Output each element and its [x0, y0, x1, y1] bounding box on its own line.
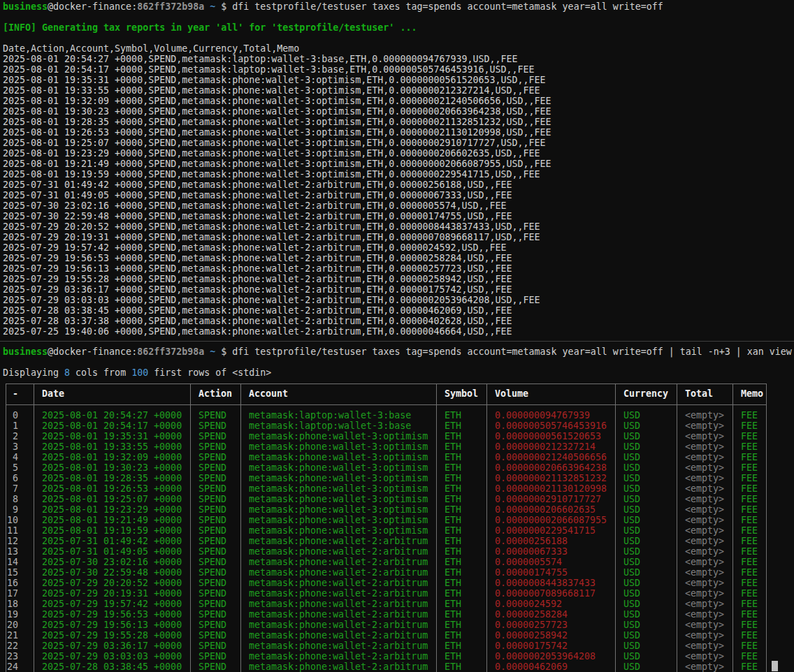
cell-action: SPEND [198, 473, 226, 483]
csv-row: 2025-08-01 20:54:27 +0000,SPEND,metamask… [3, 54, 518, 64]
csv-row: 2025-07-30 23:02:16 +0000,SPEND,metamask… [3, 200, 507, 211]
cell-index: 12 [0, 536, 18, 546]
cell-action: SPEND [198, 662, 226, 672]
cell-volume: 0.0000000212327214 [495, 441, 596, 452]
csv-row: 2025-07-29 03:03:03 +0000,SPEND,metamask… [3, 295, 540, 305]
cell-symbol: ETH [445, 462, 461, 473]
csv-row: 2025-08-01 19:33:55 +0000,SPEND,metamask… [3, 85, 540, 96]
cell-action: SPEND [198, 651, 226, 662]
cell-symbol: ETH [445, 536, 461, 546]
cell-memo: FEE [741, 651, 758, 662]
cell-memo: FEE [741, 441, 758, 452]
cell-date: 2025-08-01 20:54:17 +0000 [42, 421, 182, 431]
table-row: 122025-07-31 01:49:42 +0000SPENDmetamask… [0, 536, 794, 546]
cell-account: metamask:phone:wallet-2:arbitrum [249, 662, 428, 672]
cell-index: 9 [0, 504, 18, 515]
cell-volume: 0.00000462069 [495, 662, 568, 672]
cell-total: <empty> [685, 410, 724, 421]
cell-action: SPEND [198, 578, 226, 588]
cell-volume: 0.00000067333 [495, 546, 568, 557]
cell-symbol: ETH [445, 651, 461, 662]
cell-currency: USD [623, 578, 640, 588]
cell-currency: USD [623, 431, 640, 441]
header-symbol: Symbol [445, 388, 478, 399]
cell-index: 13 [0, 546, 18, 557]
table-row: 242025-07-28 03:38:45 +0000SPENDmetamask… [0, 662, 794, 672]
header-date: Date [42, 388, 64, 399]
cell-index: 5 [0, 462, 18, 473]
prompt-line-2: business@docker-finance:862ff372b98a ~ $… [3, 346, 792, 357]
cell-date: 2025-07-28 03:38:45 +0000 [42, 662, 182, 672]
cell-account: metamask:phone:wallet-3:optimism [249, 473, 428, 483]
cell-action: SPEND [198, 441, 226, 452]
table-row: 142025-07-30 23:02:16 +0000SPENDmetamask… [0, 557, 794, 567]
csv-header: Date,Action,Account,Symbol,Volume,Curren… [3, 43, 299, 54]
cell-symbol: ETH [445, 431, 461, 441]
cell-account: metamask:phone:wallet-2:arbitrum [249, 641, 428, 651]
cell-action: SPEND [198, 410, 226, 421]
cell-volume: 0.00000256188 [495, 536, 568, 546]
table-row: 172025-07-29 20:19:31 +0000SPENDmetamask… [0, 588, 794, 599]
cell-currency: USD [623, 662, 640, 672]
table-row: 32025-08-01 19:33:55 +0000SPENDmetamask:… [0, 441, 794, 452]
cell-currency: USD [623, 515, 640, 525]
cell-date: 2025-08-01 19:28:35 +0000 [42, 473, 182, 483]
cell-account: metamask:phone:wallet-2:arbitrum [249, 630, 428, 641]
cell-total: <empty> [685, 651, 724, 662]
cell-volume: 0.000000002066087955 [495, 515, 607, 525]
cell-symbol: ETH [445, 421, 461, 431]
cell-account: metamask:phone:wallet-2:arbitrum [249, 557, 428, 567]
cell-action: SPEND [198, 504, 226, 515]
prompt-user: business [3, 346, 48, 357]
csv-row: 2025-08-01 19:21:49 +0000,SPEND,metamask… [3, 159, 551, 169]
cell-action: SPEND [198, 557, 226, 567]
cell-symbol: ETH [445, 546, 461, 557]
cell-action: SPEND [198, 599, 226, 609]
cell-memo: FEE [741, 557, 758, 567]
cols-count: 8 [64, 367, 70, 378]
cell-volume: 0.000000505746453916 [495, 421, 607, 431]
csv-row: 2025-07-29 19:57:42 +0000,SPEND,metamask… [3, 242, 507, 253]
cell-volume: 0.000000094767939 [495, 410, 590, 421]
cell-volume: 0.00000258284 [495, 609, 568, 620]
cell-date: 2025-07-29 19:56:13 +0000 [42, 620, 182, 630]
cell-action: SPEND [198, 421, 226, 431]
csv-row: 2025-08-01 19:19:59 +0000,SPEND,metamask… [3, 169, 540, 180]
cell-currency: USD [623, 504, 640, 515]
cell-action: SPEND [198, 483, 226, 494]
prompt-host: @docker-finance: [48, 1, 137, 12]
cell-volume: 0.00000175742 [495, 641, 568, 651]
cell-memo: FEE [741, 494, 758, 504]
cell-volume: 0.00000258942 [495, 630, 568, 641]
header-action: Action [198, 388, 232, 399]
cell-account: metamask:phone:wallet-2:arbitrum [249, 651, 428, 662]
cell-volume: 0.0000000206602635 [495, 504, 596, 515]
cell-volume: 0.0000002053964208 [495, 651, 596, 662]
cell-total: <empty> [685, 504, 724, 515]
cell-date: 2025-07-30 22:59:48 +0000 [42, 567, 182, 578]
cell-currency: USD [623, 494, 640, 504]
csv-row: 2025-08-01 19:32:09 +0000,SPEND,metamask… [3, 96, 551, 106]
cell-symbol: ETH [445, 557, 461, 567]
cell-date: 2025-07-31 01:49:42 +0000 [42, 536, 182, 546]
table-row: 182025-07-29 19:57:42 +0000SPENDmetamask… [0, 599, 794, 609]
csv-row: 2025-07-29 19:56:13 +0000,SPEND,metamask… [3, 263, 512, 274]
cell-memo: FEE [741, 515, 758, 525]
csv-row: 2025-08-01 19:26:53 +0000,SPEND,metamask… [3, 127, 551, 138]
cell-action: SPEND [198, 515, 226, 525]
csv-row: 2025-08-01 19:35:31 +0000,SPEND,metamask… [3, 75, 546, 85]
cell-account: metamask:phone:wallet-3:optimism [249, 462, 428, 473]
cell-total: <empty> [685, 620, 724, 630]
cell-index: 7 [0, 483, 18, 494]
cell-currency: USD [623, 441, 640, 452]
cell-account: metamask:phone:wallet-3:optimism [249, 452, 428, 462]
cell-currency: USD [623, 421, 640, 431]
cell-account: metamask:laptop:wallet-3:base [249, 410, 411, 421]
cell-total: <empty> [685, 494, 724, 504]
cell-action: SPEND [198, 546, 226, 557]
cell-action: SPEND [198, 609, 226, 620]
cell-action: SPEND [198, 567, 226, 578]
cell-memo: FEE [741, 588, 758, 599]
cell-volume: 0.00000000561520653 [495, 431, 601, 441]
cell-total: <empty> [685, 452, 724, 462]
